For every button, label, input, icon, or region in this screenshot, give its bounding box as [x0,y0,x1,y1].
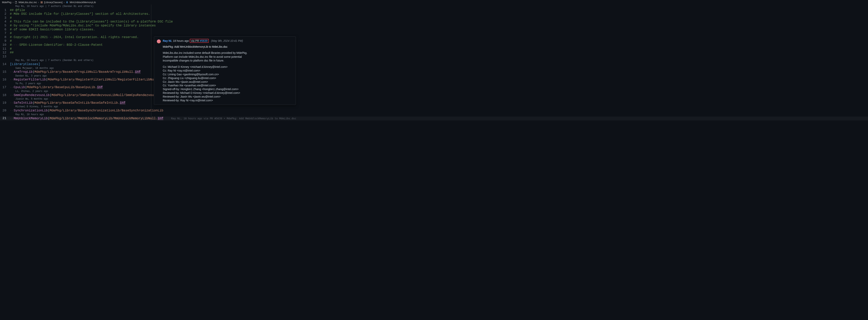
comment-text: #·This·file·can·be·included·to·the·[Libr… [10,20,173,24]
line-number: 10 [0,43,10,47]
commit-trailer: Cc: Michael D Kinney <michael.d.kinney@i… [163,65,293,69]
blame-annotation[interactable]: Dandan Bi, 3 years ago [0,74,868,78]
code-line[interactable]: 11# [0,47,868,51]
line-number: 1 [0,8,10,12]
code-line[interactable]: 6#·of·some·EDKII·basic/common·library·cl… [0,28,868,32]
chevron-right-icon: › [12,1,13,4]
symbol-key-icon [66,1,68,4]
line-number: 8 [0,35,10,39]
line-number: 2 [0,12,10,16]
code-line[interactable]: 21··MmUnblockMemoryLib|MdePkg/Library/Mm… [0,117,868,121]
commit-trailer: Signed-off-by: Hongbin1 Zhang <hongbin1.… [163,87,293,91]
chevron-right-icon: › [38,1,39,4]
line-number: 18 [0,93,10,97]
library-path: MdePkg/Library/SmmCpuRendezvousLibNull/S… [52,93,163,97]
comment-text: #·of·some·EDKII·basic/common·library·cla… [10,28,95,31]
code-line[interactable]: 16··RegisterFilterLib|MdePkg/Library/Reg… [0,78,868,82]
line-number: 17 [0,86,10,90]
breadcrumb-symbol[interactable]: MmUnblockMemoryLib [70,1,96,4]
commit-trailer: Cc: Zhiguang Liu <zhiguang.liu@intel.com… [163,76,293,80]
library-key: SynchronizationLib [13,109,48,113]
code-line[interactable]: 14 [LibraryClasses] [0,63,868,66]
breadcrumb-section[interactable]: [LibraryClasses] [44,1,63,4]
code-line[interactable]: 12## [0,51,868,55]
blame-annotation[interactable]: Ray Ni, 18 hours ago | 7 authors (Dandan… [0,4,868,8]
commit-timestamp: (May 9th, 2024 10:41 PM) [211,39,243,42]
code-line[interactable]: 20··SynchronizationLib|MdePkg/Library/Ba… [0,109,868,113]
code-line[interactable]: 15··ArmTrngLib|MdePkg/Library/BaseArmTrn… [0,70,868,74]
blame-annotation[interactable]: Yu Pu, 2 years ago [0,82,868,86]
commit-trailer: Reviewed-by: Jiaxin Wu <jiaxin.wu@intel.… [163,95,293,99]
code-line[interactable]: 19··SafeIntLib|MdePkg/Library/BaseSafeIn… [0,101,868,105]
line-number: 4 [0,20,10,24]
code-line[interactable]: 3# [0,16,868,20]
library-key: CpuLib [13,86,25,89]
blame-annotation[interactable]: Sami Mujawar, 18 months ago [0,66,868,70]
library-key: SmmCpuRendezvousLib [13,93,50,97]
code-line[interactable]: 4#·This·file·can·be·included·to·the·[Lib… [0,20,868,24]
code-line[interactable]: 18··SmmCpuRendezvousLib|MdePkg/Library/S… [0,93,868,97]
line-number: 15 [0,70,10,74]
line-number: 9 [0,39,10,43]
line-number: 16 [0,78,10,82]
breadcrumb: MdePkg › MdeLibs.dsc.inc › [LibraryClass… [0,0,868,4]
comment-text: ## [10,51,13,55]
commit-author-link[interactable]: Ray Ni [163,39,172,42]
code-line[interactable]: 9# [0,39,868,43]
commit-via-label: via PR [191,39,200,42]
library-path: MdePkg/Library/BaseCpuLib/BaseCpuLib. [27,86,97,89]
line-number: 20 [0,109,10,113]
commit-body: MdeLibs.dsc.inc included some default li… [163,51,293,63]
commit-trailer: Cc: Jiaxin Wu <jiaxin.wu@intel.com> [163,80,293,84]
comment-text: # [10,16,12,20]
comment-text: # [10,32,12,35]
editor[interactable]: Ray Ni, 18 hours ago | 7 authors (Dandan… [0,4,868,121]
commit-trailer: Cc: Yuanhao Xie <yuanhao.xie@intel.com> [163,84,293,87]
symbol-namespace-icon [40,1,43,4]
code-line[interactable]: 7# [0,32,868,35]
blame-annotation[interactable]: Ray Ni, 18 hours ago [0,113,868,117]
commit-trailer: Reviewed-by: Ray Ni <ray.ni@intel.com> [163,99,293,102]
library-path: MdePkg/Library/BaseSafeIntLib/BaseSafeIn… [34,101,120,105]
file-extension: inf [97,86,103,89]
comment-text: #·by·using·"!include·MdePkg/MdeLibs.dsc.… [10,24,156,27]
library-key: ArmTrngLib [13,70,33,74]
code-line[interactable]: 5#·by·using·"!include·MdePkg/MdeLibs.dsc… [0,24,868,28]
commit-trailer: Cc: Ray Ni <ray.ni@intel.com> [163,69,293,72]
library-path: MdePkg/Library/RegisterFilterLibNull/Reg… [48,78,160,82]
library-key: RegisterFilterLib [13,78,46,82]
library-key: SafeIntLib [13,101,33,105]
line-number: 7 [0,32,10,35]
commit-subject: MdePkg: Add MmUnblockMemoryLib to MdeLib… [163,45,293,49]
code-line[interactable]: 1##·@file [0,8,868,12]
commit-when: , 18 hours ago [172,39,190,42]
code-line[interactable]: 10#····SPDX-License-Identifier:·BSD-2-Cl… [0,43,868,47]
line-number: 13 [0,55,10,59]
line-number: 6 [0,28,10,32]
line-number: 5 [0,24,10,28]
blame-annotation[interactable]: Li, Zhihao, 2 years ago [0,90,868,93]
code-line[interactable]: 2#·Mde·DSC·include·file·for·[LibraryClas… [0,12,868,16]
line-number: 11 [0,47,10,51]
pr-link[interactable]: #5639 [200,39,208,42]
line-number: 14 [0,63,10,66]
code-line[interactable]: 8#·Copyright·(c)·2021·-·2024,·Intel·Corp… [0,35,868,39]
file-extension: inf [120,101,125,105]
library-path: MdePkg/Library/BaseArmTrngLibNull/BaseAr… [34,70,135,74]
blame-annotation[interactable]: Jiaxin Wu, 5 months ago [0,97,868,101]
commit-trailer: Cc: Liming Gao <gaoliming@byosoft.com.cn… [163,72,293,76]
inline-blame[interactable]: Ray Ni, 18 hours ago via PR #5639 • MdeP… [171,117,296,120]
comment-text: # [10,39,12,43]
code-line[interactable]: 17··CpuLib|MdePkg/Library/BaseCpuLib/Bas… [0,86,868,90]
breadcrumb-file[interactable]: MdeLibs.dsc.inc [19,1,37,4]
commit-trailers: Cc: Michael D Kinney <michael.d.kinney@i… [163,65,293,102]
blame-annotation[interactable]: Michael D Kinney, 3 months ago [0,105,868,109]
line-number: 21 [0,117,10,121]
file-extension: inf [158,117,163,120]
library-path: MdePkg/Library/BaseSynchronizationLib/Ba… [50,109,163,113]
library-path: MdePkg/Library/MmUnblockMemoryLib/MmUnbl… [50,117,158,120]
avatar [157,39,161,43]
breadcrumb-root[interactable]: MdePkg [2,1,11,4]
code-line[interactable]: 13 [0,55,868,59]
blame-annotation[interactable]: Ray Ni, 18 hours ago | 7 authors (Dandan… [0,59,868,63]
